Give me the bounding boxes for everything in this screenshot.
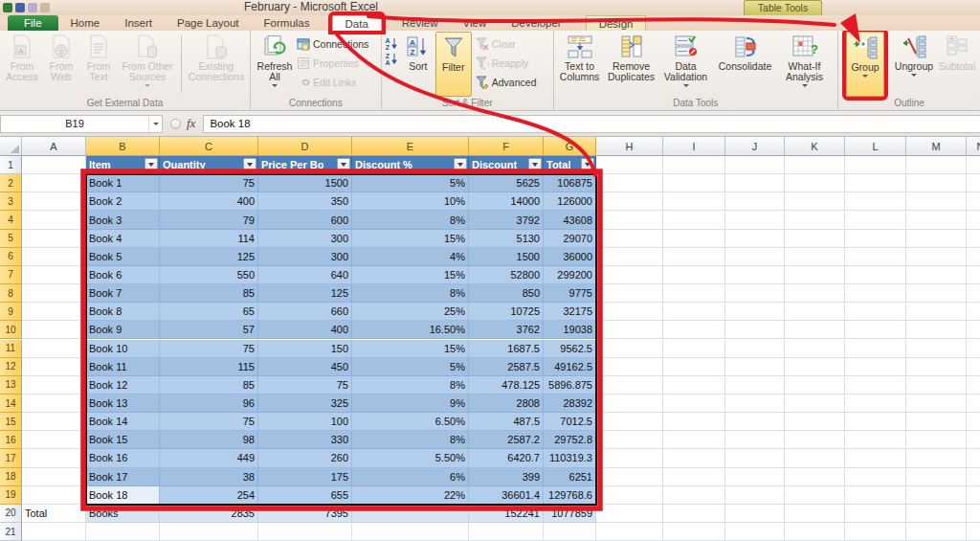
cell-K9[interactable]: [785, 303, 845, 321]
row-header-2[interactable]: 2: [0, 174, 22, 192]
header-filter-button[interactable]: [145, 158, 158, 171]
cell-D16[interactable]: 330: [258, 431, 352, 449]
cell-G13[interactable]: 5896.875: [544, 376, 596, 394]
from-other-sources-button[interactable]: From Other Sources: [117, 32, 178, 97]
cell-B4[interactable]: Book 3: [86, 211, 160, 229]
cell-H5[interactable]: [596, 230, 663, 248]
existing-connections-button[interactable]: Existing Connections: [185, 32, 248, 97]
cell-M2[interactable]: [906, 174, 967, 192]
cell-M5[interactable]: [906, 230, 967, 248]
cell-B10[interactable]: Book 9: [86, 321, 160, 339]
cell-G1[interactable]: Total: [544, 156, 596, 174]
row-header-4[interactable]: 4: [0, 211, 22, 229]
cell-G15[interactable]: 7012.5: [544, 413, 596, 431]
cell-D1[interactable]: Price Per Bo: [258, 156, 352, 174]
cell-L6[interactable]: [845, 248, 906, 266]
cell-K6[interactable]: [785, 248, 845, 266]
cell-I5[interactable]: [663, 230, 725, 248]
cell-M17[interactable]: [906, 449, 967, 467]
cell-I10[interactable]: [663, 321, 725, 339]
tab-review[interactable]: Review: [390, 15, 451, 31]
cell-E17[interactable]: 5.50%: [352, 449, 469, 467]
cell-I20[interactable]: [663, 505, 725, 523]
cell-F9[interactable]: 10725: [469, 303, 544, 321]
cell-F7[interactable]: 52800: [469, 266, 544, 284]
undo-icon[interactable]: [28, 3, 37, 12]
cell-K14[interactable]: [785, 394, 845, 413]
cell-E13[interactable]: 8%: [352, 376, 469, 394]
cell-B21[interactable]: [86, 523, 160, 541]
cell-L4[interactable]: [845, 211, 906, 229]
cell-I9[interactable]: [663, 303, 725, 321]
cell-B13[interactable]: Book 12: [86, 376, 160, 394]
consolidate-button[interactable]: Consolidate: [713, 32, 778, 97]
cell-C1[interactable]: Quantity: [160, 156, 258, 174]
col-header-L[interactable]: L: [845, 137, 906, 156]
tab-page-layout[interactable]: Page Layout: [165, 15, 252, 31]
cell-B17[interactable]: Book 16: [86, 449, 160, 467]
cell-K4[interactable]: [785, 211, 845, 229]
cell-N4[interactable]: [967, 211, 980, 229]
cell-C13[interactable]: 85: [160, 376, 258, 394]
cell-K16[interactable]: [785, 431, 845, 449]
sort-az-button[interactable]: AZ: [384, 36, 399, 50]
cell-J5[interactable]: [725, 230, 785, 248]
cell-B11[interactable]: Book 10: [86, 340, 160, 358]
cell-D15[interactable]: 100: [258, 413, 352, 431]
filter-button[interactable]: Filter: [435, 32, 472, 97]
cell-F4[interactable]: 3792: [469, 211, 544, 229]
cell-D14[interactable]: 325: [258, 394, 352, 413]
cell-H9[interactable]: [596, 303, 663, 321]
cell-H15[interactable]: [596, 413, 663, 431]
cell-M16[interactable]: [906, 431, 967, 449]
cell-G5[interactable]: 29070: [544, 230, 596, 248]
cell-N16[interactable]: [967, 431, 980, 449]
row-header-17[interactable]: 17: [0, 449, 22, 467]
header-filter-button[interactable]: [243, 158, 256, 171]
cell-E19[interactable]: 22%: [352, 486, 469, 505]
cell-H14[interactable]: [596, 394, 663, 413]
cell-B2[interactable]: Book 1: [86, 174, 160, 192]
cell-H18[interactable]: [596, 468, 663, 486]
cell-N5[interactable]: [967, 230, 980, 248]
row-header-20[interactable]: 20: [0, 505, 22, 523]
cell-H13[interactable]: [596, 376, 663, 394]
cell-J21[interactable]: [725, 523, 785, 541]
cell-H11[interactable]: [596, 340, 663, 358]
what-if-analysis-button[interactable]: ? What-If Analysis: [778, 32, 832, 97]
cell-M8[interactable]: [906, 284, 967, 303]
cell-B9[interactable]: Book 8: [86, 303, 160, 321]
cell-F10[interactable]: 3762: [469, 321, 544, 339]
cell-M21[interactable]: [906, 523, 967, 541]
cell-F5[interactable]: 5130: [469, 230, 544, 248]
cell-N20[interactable]: [967, 505, 980, 523]
cell-A20[interactable]: Total: [22, 505, 86, 523]
cell-A1[interactable]: [22, 156, 86, 174]
cell-K1[interactable]: [785, 156, 845, 174]
from-access-button[interactable]: A From Access: [2, 32, 42, 97]
cell-J3[interactable]: [725, 192, 785, 211]
cell-L7[interactable]: [845, 266, 906, 284]
cell-B12[interactable]: Book 11: [86, 358, 160, 376]
tab-file[interactable]: File: [8, 15, 58, 31]
cell-M14[interactable]: [906, 394, 967, 413]
cell-G17[interactable]: 110319.3: [544, 449, 596, 467]
ungroup-button[interactable]: Ungroup: [892, 32, 936, 97]
row-header-5[interactable]: 5: [0, 230, 22, 248]
cell-G3[interactable]: 126000: [544, 192, 596, 211]
cell-C2[interactable]: 75: [160, 174, 258, 192]
cell-J20[interactable]: [725, 505, 785, 523]
cell-J6[interactable]: [725, 248, 785, 266]
cell-K15[interactable]: [785, 413, 845, 431]
cell-E15[interactable]: 6.50%: [352, 413, 469, 431]
cell-G14[interactable]: 28392: [544, 394, 596, 413]
cell-K7[interactable]: [785, 266, 845, 284]
cell-I15[interactable]: [663, 413, 725, 431]
cell-N7[interactable]: [967, 266, 980, 284]
cell-I7[interactable]: [663, 266, 725, 284]
cell-G4[interactable]: 43608: [544, 211, 596, 229]
col-header-E[interactable]: E: [352, 137, 469, 156]
cell-I19[interactable]: [663, 486, 725, 505]
cell-E11[interactable]: 15%: [352, 340, 469, 358]
insert-function-button[interactable]: fx: [187, 116, 195, 131]
